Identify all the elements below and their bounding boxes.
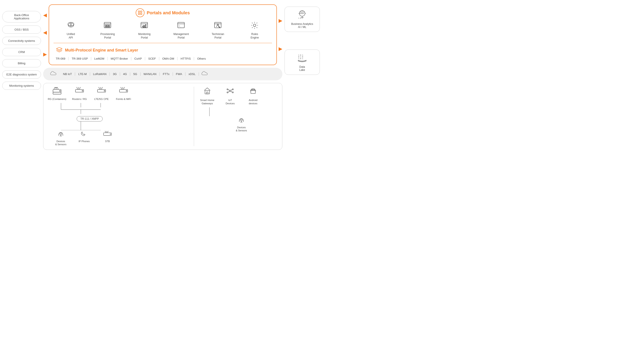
layers-icon — [56, 47, 63, 54]
protocol-coap: CoAP — [131, 57, 145, 60]
module-unified-api-label: UnifiedAPI — [67, 32, 75, 39]
svg-point-32 — [60, 90, 60, 91]
lte5g-cpe-label: LTE/5G CPE — [94, 97, 109, 101]
lte5g-cpe-icon — [97, 87, 106, 96]
protocol-scef: SCEF — [145, 57, 159, 60]
svg-line-74 — [105, 131, 106, 132]
svg-text:>_: >_ — [178, 25, 181, 27]
module-technician: TechnicianPortal — [208, 21, 228, 39]
svg-point-57 — [126, 90, 127, 91]
sensors-icon — [57, 131, 64, 138]
svg-point-85 — [227, 89, 228, 90]
smart-home-icon — [203, 87, 212, 97]
svg-point-96 — [254, 90, 254, 90]
svg-rect-40 — [75, 89, 84, 92]
rg-containers-label: RG (Containers) — [48, 97, 66, 101]
left-sidebar: Back-OfficeApplications OSS / BSS Connec… — [2, 4, 41, 90]
device-femto-mifi: Femto & MiFi — [115, 87, 132, 101]
svg-line-91 — [228, 91, 230, 92]
svg-rect-8 — [105, 25, 106, 26]
svg-rect-13 — [108, 26, 110, 27]
right-box-data-lake: 1 0 1 0 1 0 1 0 1 DataLake — [284, 49, 320, 75]
connector-svg-tr111 — [52, 121, 127, 130]
svg-point-88 — [232, 92, 234, 93]
svg-rect-56 — [119, 89, 128, 92]
cloud-left-icon — [50, 70, 58, 78]
band-fttx: FTTx — [160, 72, 173, 76]
protocol-https: HTTP/S — [178, 57, 194, 60]
svg-point-100 — [240, 119, 242, 121]
module-monitoring: MonitoringPortal — [134, 21, 154, 39]
arrow-right-bottom: ▶ — [278, 46, 282, 52]
svg-point-26 — [254, 24, 256, 26]
protocol-tr369: TR-369 USP — [68, 57, 91, 60]
svg-line-39 — [80, 87, 80, 88]
svg-point-87 — [227, 92, 228, 93]
svg-point-49 — [104, 90, 105, 91]
band-nb-iot: NB IoT — [60, 72, 75, 76]
ip-phones-icon — [80, 131, 88, 138]
svg-point-78 — [110, 134, 111, 134]
module-management: >_ ManagementPortal — [171, 21, 191, 39]
iot-icon — [226, 87, 234, 97]
module-rules-engine-label: RulesEngine — [251, 32, 259, 39]
svg-point-71 — [60, 133, 62, 135]
svg-rect-12 — [107, 26, 108, 27]
svg-line-47 — [102, 87, 103, 88]
svg-rect-11 — [105, 26, 106, 27]
ip-phones-label: IP Phones — [79, 140, 90, 143]
device-icons-row-left: RG (Containers) — [48, 87, 190, 101]
iot-label: IoTDevices — [226, 99, 235, 105]
band-lte-m: LTE-M — [75, 72, 90, 76]
band-wanlan: WAN/LAN — [140, 72, 160, 76]
sidebar-item-monitoring: Monitoring systems — [2, 82, 41, 90]
android-icon — [249, 87, 257, 97]
devices-section: RG (Containers) — [43, 83, 282, 150]
stb-label: STB — [105, 140, 110, 143]
technician-icon — [214, 21, 222, 31]
svg-line-55 — [124, 87, 125, 88]
svg-rect-16 — [143, 26, 144, 28]
svg-rect-9 — [107, 25, 108, 26]
monitoring-icon — [140, 21, 148, 31]
android-label: Androiddevices — [249, 99, 258, 105]
sensors-right-icon — [238, 117, 245, 124]
module-provisioning: ProvisioningPortal — [98, 21, 118, 39]
provisioning-icon — [103, 21, 112, 31]
svg-rect-36 — [53, 92, 61, 94]
svg-rect-83 — [206, 92, 208, 94]
management-icon: >_ — [177, 21, 185, 31]
analytics-label: Business AnalyticsAI / ML — [288, 22, 316, 28]
sub-device-stb: STB — [100, 131, 115, 146]
device-rg-containers: RG (Containers) — [48, 87, 66, 101]
devices-right: Smart HomeGateways — [194, 87, 278, 146]
sidebar-item-e2e: E2E diagnostics system — [2, 70, 41, 78]
routers-rg-label: Routers / RG — [72, 97, 87, 101]
unified-api-icon — [67, 21, 75, 31]
data-lake-label: DataLake — [288, 65, 316, 71]
svg-point-41 — [82, 90, 83, 91]
right-box-analytics: 1 0 1 Business AnalyticsAI / ML — [284, 6, 320, 32]
arrow-left-top: ◀ — [43, 12, 47, 18]
svg-line-45 — [99, 87, 100, 88]
smart-home-label: Smart HomeGateways — [200, 99, 214, 105]
protocol-tr069: TR-069 — [56, 57, 68, 60]
analytics-icon: 1 0 1 — [288, 10, 316, 21]
right-devices-row: Smart HomeGateways — [198, 87, 278, 105]
portals-divider — [54, 43, 272, 43]
center-content: ◀ ◀ ▶ Portals and Modules — [43, 4, 282, 150]
svg-line-89 — [228, 89, 230, 90]
device-smart-home: Smart HomeGateways — [198, 87, 216, 105]
band-fwa: FWA — [173, 72, 186, 76]
sidebar-item-crm: CRM — [2, 48, 41, 56]
arrow-left-top2: ◀ — [43, 30, 47, 35]
multiprotocol-title-text: Multi-Protocol Engine and Smart Layer — [65, 48, 138, 52]
multiprotocol-title: Multi-Protocol Engine and Smart Layer — [56, 47, 270, 54]
connector-svg-right — [203, 107, 229, 116]
svg-line-37 — [77, 87, 78, 88]
svg-rect-48 — [97, 89, 106, 92]
svg-rect-10 — [108, 25, 110, 26]
svg-text:1 0 1: 1 0 1 — [298, 58, 303, 60]
device-routers-rg: Routers / RG — [71, 87, 88, 101]
svg-line-90 — [231, 89, 232, 90]
